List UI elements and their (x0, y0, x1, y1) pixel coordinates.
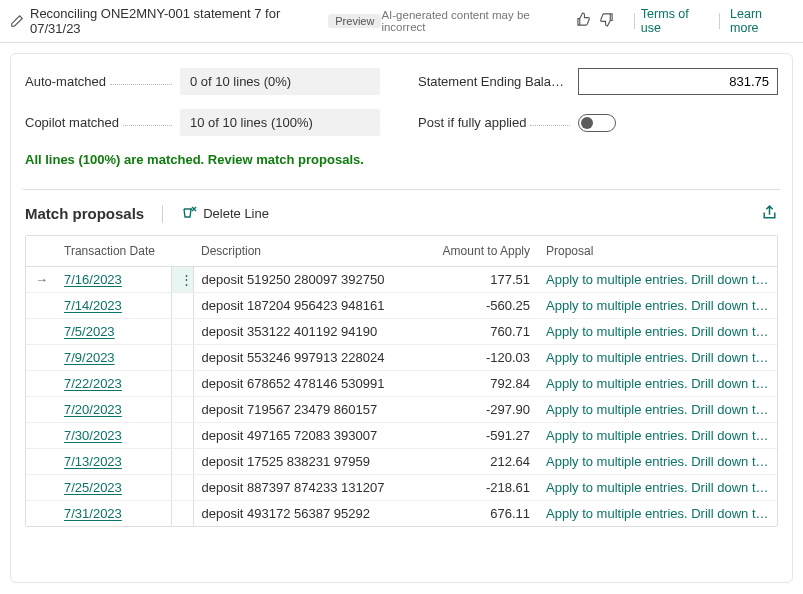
status-message: All lines (100%) are matched. Review mat… (25, 152, 778, 167)
cell-date[interactable]: 7/13/2023 (56, 449, 171, 475)
table-row[interactable]: 7/9/2023deposit 553246 997913 228024-120… (26, 345, 777, 371)
more-options-icon (171, 423, 193, 449)
cell-amount: 760.71 (428, 319, 538, 345)
row-indicator: → (26, 267, 56, 293)
cell-proposal[interactable]: Apply to multiple entries. Drill down to… (538, 501, 777, 527)
cell-description: deposit 887397 874233 131207 (193, 475, 428, 501)
cell-amount: -218.61 (428, 475, 538, 501)
row-indicator (26, 371, 56, 397)
auto-matched-label: Auto-matched (25, 74, 106, 89)
cell-amount: -297.90 (428, 397, 538, 423)
cell-description: deposit 497165 72083 393007 (193, 423, 428, 449)
match-proposals-title: Match proposals (25, 205, 144, 222)
cell-date[interactable]: 7/22/2023 (56, 371, 171, 397)
table-row[interactable]: 7/25/2023deposit 887397 874233 131207-21… (26, 475, 777, 501)
cell-date[interactable]: 7/20/2023 (56, 397, 171, 423)
table-row[interactable]: 7/30/2023deposit 497165 72083 393007-591… (26, 423, 777, 449)
edit-icon[interactable] (10, 14, 24, 28)
cell-description: deposit 519250 280097 392750 (193, 267, 428, 293)
col-description[interactable]: Description (193, 236, 428, 267)
top-bar: Reconciling ONE2MNY-001 statement 7 for … (0, 0, 803, 43)
more-options-icon (171, 501, 193, 527)
post-if-applied-toggle[interactable] (578, 114, 616, 132)
delete-line-label: Delete Line (203, 206, 269, 221)
row-indicator (26, 501, 56, 527)
cell-proposal[interactable]: Apply to multiple entries. Drill down to… (538, 319, 777, 345)
cell-date[interactable]: 7/14/2023 (56, 293, 171, 319)
table-row[interactable]: 7/5/2023deposit 353122 401192 94190760.7… (26, 319, 777, 345)
row-indicator (26, 423, 56, 449)
table-row[interactable]: 7/13/2023deposit 17525 838231 97959212.6… (26, 449, 777, 475)
col-proposal[interactable]: Proposal (538, 236, 777, 267)
table-row[interactable]: 7/31/2023deposit 493172 56387 95292676.1… (26, 501, 777, 527)
row-indicator (26, 345, 56, 371)
balance-input[interactable] (578, 68, 778, 95)
balance-label: Statement Ending Bala… (418, 74, 564, 89)
more-options-icon (171, 293, 193, 319)
col-amount[interactable]: Amount to Apply (428, 236, 538, 267)
more-options-icon[interactable]: ⋮ (171, 267, 193, 293)
table-row[interactable]: 7/14/2023deposit 187204 956423 948161-56… (26, 293, 777, 319)
cell-amount: -120.03 (428, 345, 538, 371)
cell-description: deposit 678652 478146 530991 (193, 371, 428, 397)
more-options-icon (171, 397, 193, 423)
delete-line-icon (181, 204, 197, 223)
row-indicator (26, 319, 56, 345)
auto-matched-value: 0 of 10 lines (0%) (180, 68, 380, 95)
share-icon[interactable] (761, 204, 778, 224)
cell-description: deposit 353122 401192 94190 (193, 319, 428, 345)
cell-proposal[interactable]: Apply to multiple entries. Drill down to… (538, 267, 777, 293)
cell-amount: 792.84 (428, 371, 538, 397)
row-indicator (26, 449, 56, 475)
cell-date[interactable]: 7/30/2023 (56, 423, 171, 449)
row-indicator (26, 293, 56, 319)
more-options-icon (171, 475, 193, 501)
cell-proposal[interactable]: Apply to multiple entries. Drill down to… (538, 423, 777, 449)
thumbs-up-icon[interactable] (576, 12, 591, 30)
preview-badge: Preview (328, 14, 381, 28)
cell-amount: -591.27 (428, 423, 538, 449)
cell-description: deposit 187204 956423 948161 (193, 293, 428, 319)
match-proposals-header: Match proposals Delete Line (25, 190, 778, 235)
copilot-matched-value: 10 of 10 lines (100%) (180, 109, 380, 136)
thumbs-down-icon[interactable] (599, 12, 614, 30)
table-row[interactable]: 7/20/2023deposit 719567 23479 860157-297… (26, 397, 777, 423)
more-options-icon (171, 449, 193, 475)
table-header-row: Transaction Date Description Amount to A… (26, 236, 777, 267)
table-row[interactable]: →7/16/2023⋮deposit 519250 280097 3927501… (26, 267, 777, 293)
main-panel: Auto-matched 0 of 10 lines (0%) Statemen… (10, 53, 793, 583)
cell-description: deposit 719567 23479 860157 (193, 397, 428, 423)
col-date[interactable]: Transaction Date (56, 236, 171, 267)
cell-date[interactable]: 7/25/2023 (56, 475, 171, 501)
cell-proposal[interactable]: Apply to multiple entries. Drill down to… (538, 475, 777, 501)
learn-more-link[interactable]: Learn more (730, 7, 791, 35)
cell-proposal[interactable]: Apply to multiple entries. Drill down to… (538, 397, 777, 423)
table-row[interactable]: 7/22/2023deposit 678652 478146 530991792… (26, 371, 777, 397)
cell-date[interactable]: 7/31/2023 (56, 501, 171, 527)
cell-date[interactable]: 7/9/2023 (56, 345, 171, 371)
cell-date[interactable]: 7/16/2023 (56, 267, 171, 293)
more-options-icon (171, 345, 193, 371)
cell-description: deposit 553246 997913 228024 (193, 345, 428, 371)
cell-description: deposit 493172 56387 95292 (193, 501, 428, 527)
delete-line-button[interactable]: Delete Line (175, 200, 275, 227)
page-title: Reconciling ONE2MNY-001 statement 7 for … (30, 6, 320, 36)
cell-amount: -560.25 (428, 293, 538, 319)
more-options-icon (171, 319, 193, 345)
cell-amount: 676.11 (428, 501, 538, 527)
row-indicator (26, 475, 56, 501)
cell-proposal[interactable]: Apply to multiple entries. Drill down to… (538, 371, 777, 397)
cell-proposal[interactable]: Apply to multiple entries. Drill down to… (538, 449, 777, 475)
row-indicator (26, 397, 56, 423)
more-options-icon (171, 371, 193, 397)
ai-disclaimer: AI-generated content may be incorrect (381, 9, 568, 33)
cell-date[interactable]: 7/5/2023 (56, 319, 171, 345)
cell-description: deposit 17525 838231 97959 (193, 449, 428, 475)
proposals-table: Transaction Date Description Amount to A… (25, 235, 778, 527)
terms-link[interactable]: Terms of use (641, 7, 709, 35)
cell-proposal[interactable]: Apply to multiple entries. Drill down to… (538, 293, 777, 319)
cell-proposal[interactable]: Apply to multiple entries. Drill down to… (538, 345, 777, 371)
cell-amount: 177.51 (428, 267, 538, 293)
cell-amount: 212.64 (428, 449, 538, 475)
summary: Auto-matched 0 of 10 lines (0%) Statemen… (25, 68, 778, 136)
